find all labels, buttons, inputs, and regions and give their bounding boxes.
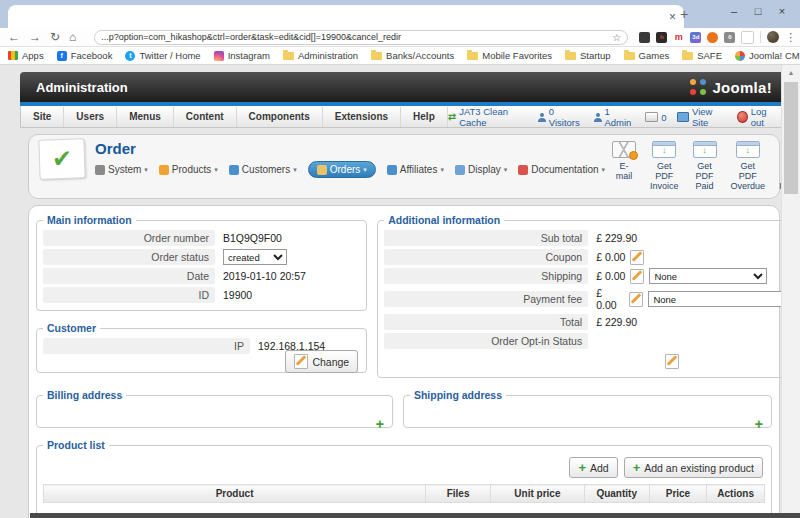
menu-help[interactable]: Help	[401, 107, 448, 127]
minimize-button[interactable]: –	[722, 2, 746, 20]
shipping-select[interactable]: None	[649, 268, 767, 284]
visitors-status[interactable]: 0 Visitors	[538, 106, 583, 128]
col-price: Price	[649, 485, 707, 503]
menu-site[interactable]: Site	[21, 107, 64, 127]
apps-shortcut[interactable]: Apps	[8, 50, 44, 61]
extension-icon[interactable]	[707, 32, 718, 43]
bookmark-star-icon[interactable]: ☆	[612, 32, 621, 43]
scrollbar[interactable]: ▲	[781, 65, 800, 518]
extension-icon[interactable]: 0	[724, 32, 735, 43]
payment-select[interactable]: None	[648, 291, 800, 307]
browser-menu-icon[interactable]: ⋮	[785, 31, 796, 44]
close-button[interactable]: ×	[770, 2, 794, 20]
system-icon	[95, 165, 105, 175]
bookmarks-bar: Apps f Facebook t Twitter / Home Instagr…	[0, 47, 800, 65]
new-tab-button[interactable]: +	[680, 6, 688, 22]
panel-legend: Additional information	[384, 214, 504, 226]
admins-status[interactable]: 1 Admin	[594, 106, 635, 128]
order-status-label: Order status	[43, 249, 215, 265]
order-status-select[interactable]: created	[223, 249, 287, 265]
chevron-down-icon: ▾	[293, 166, 297, 174]
hk-menu-products[interactable]: Products ▾	[159, 164, 218, 175]
add-product-button[interactable]: + Add	[569, 457, 617, 478]
bookmark-folder-mobile-favorites[interactable]: Mobile Favorites	[467, 50, 552, 61]
browser-tab[interactable]: ×	[8, 5, 684, 28]
payment-fee-value: £ 0.00	[596, 287, 624, 311]
bookmark-folder-games[interactable]: Games	[624, 50, 670, 61]
hk-menu-customers[interactable]: Customers ▾	[229, 164, 297, 175]
scrollbar-thumb[interactable]	[784, 82, 798, 194]
optin-status-label: Order Opt-in Status	[384, 333, 588, 349]
bookmark-twitter[interactable]: t Twitter / Home	[125, 50, 200, 61]
menu-components[interactable]: Components	[237, 107, 323, 127]
window-controls: – □ ×	[722, 2, 794, 20]
hikashop-menu: System ▾ Products ▾ Customers	[95, 161, 605, 178]
order-number-label: Order number	[43, 230, 215, 246]
add-existing-product-button[interactable]: + Add an existing product	[624, 457, 763, 478]
extension-icon[interactable]: 3d	[690, 32, 701, 43]
bookmark-folder-startup[interactable]: Startup	[565, 50, 611, 61]
chevron-down-icon: ▾	[363, 166, 367, 174]
profile-avatar[interactable]	[767, 31, 779, 43]
extension-icon[interactable]: h	[656, 32, 667, 43]
hk-menu-orders[interactable]: Orders ▾	[308, 161, 376, 178]
get-pdf-paid-button[interactable]: Get PDF Paid	[686, 139, 724, 193]
home-icon[interactable]: ⌂	[69, 31, 76, 43]
recycle-icon: ⇄	[448, 112, 456, 122]
bookmark-folder-banks[interactable]: Banks/Accounts	[371, 50, 454, 61]
forward-nav-icon[interactable]: →	[29, 31, 41, 43]
edit-icon[interactable]	[665, 354, 679, 369]
hk-menu-system[interactable]: System ▾	[95, 164, 148, 175]
edit-icon[interactable]	[629, 292, 643, 307]
maximize-button[interactable]: □	[746, 2, 770, 20]
bookmark-instagram[interactable]: Instagram	[214, 50, 270, 61]
shipping-value: £ 0.00	[596, 270, 625, 282]
url-text[interactable]: p?option=com_hikashop&ctrl=order&task=ed…	[101, 32, 608, 42]
tab-close-icon[interactable]: ×	[669, 11, 676, 23]
additional-information-panel: Additional information Sub total £ 229.9…	[377, 214, 800, 378]
order-form: Main information Order number B1Q9Q9F00 …	[28, 205, 780, 518]
address-bar[interactable]: p?option=com_hikashop&ctrl=order&task=ed…	[94, 30, 628, 45]
back-nav-icon[interactable]: ←	[8, 31, 20, 43]
chevron-down-icon: ▾	[214, 166, 218, 174]
bookmark-facebook[interactable]: f Facebook	[57, 50, 113, 61]
add-shipping-address-icon[interactable]: +	[755, 417, 763, 431]
id-label: ID	[43, 287, 215, 303]
add-billing-address-icon[interactable]: +	[376, 417, 384, 431]
messages-status[interactable]: 0	[645, 112, 666, 123]
bookmark-folder-administration[interactable]: Administration	[283, 50, 358, 61]
menu-extensions[interactable]: Extensions	[323, 107, 401, 127]
menu-menus[interactable]: Menus	[117, 107, 174, 127]
get-pdf-invoice-button[interactable]: Get PDF Invoice	[643, 139, 686, 193]
products-icon	[159, 165, 169, 175]
customers-icon	[229, 165, 239, 175]
customer-panel: Customer IP 192.168.1.154 Change	[36, 322, 367, 373]
hk-menu-documentation[interactable]: Documentation ▾	[518, 164, 605, 175]
bookmark-folder-safe[interactable]: SAFE	[682, 50, 722, 61]
edit-icon[interactable]	[630, 269, 644, 284]
email-button[interactable]: E-mail	[605, 139, 643, 193]
hk-menu-affiliates[interactable]: Affiliates ▾	[387, 164, 444, 175]
logout-link[interactable]: Log out	[737, 106, 778, 128]
page-viewport: ▲ Administration Joomla! Site Users Menu…	[0, 65, 800, 518]
id-value: 19900	[215, 289, 252, 301]
extension-icon[interactable]: m	[673, 32, 684, 43]
menu-content[interactable]: Content	[174, 107, 237, 127]
email-icon	[612, 141, 636, 158]
clean-cache-link[interactable]: ⇄ JAT3 Clean Cache	[448, 106, 527, 128]
scroll-up-arrow-icon[interactable]: ▲	[782, 65, 800, 80]
get-pdf-overdue-button[interactable]: Get PDF Overdue	[724, 139, 773, 193]
panel-legend: Billing address	[43, 389, 126, 401]
bookmark-joomla-api[interactable]: Joomla! CMS 2.5 API	[735, 50, 800, 61]
extension-icon[interactable]	[639, 32, 650, 43]
edit-icon[interactable]	[630, 250, 644, 265]
pdf-extension-icon[interactable]	[741, 31, 754, 44]
change-customer-button[interactable]: Change	[285, 350, 358, 373]
hk-menu-display[interactable]: Display ▾	[455, 164, 507, 175]
menu-users[interactable]: Users	[64, 107, 117, 127]
product-list-panel: Product list + Add + Add an existing pro…	[36, 439, 772, 518]
reload-icon[interactable]: ↻	[50, 31, 60, 43]
joomla-icon	[735, 51, 745, 61]
view-site-link[interactable]: View Site	[677, 106, 726, 128]
monitor-icon	[677, 112, 689, 122]
